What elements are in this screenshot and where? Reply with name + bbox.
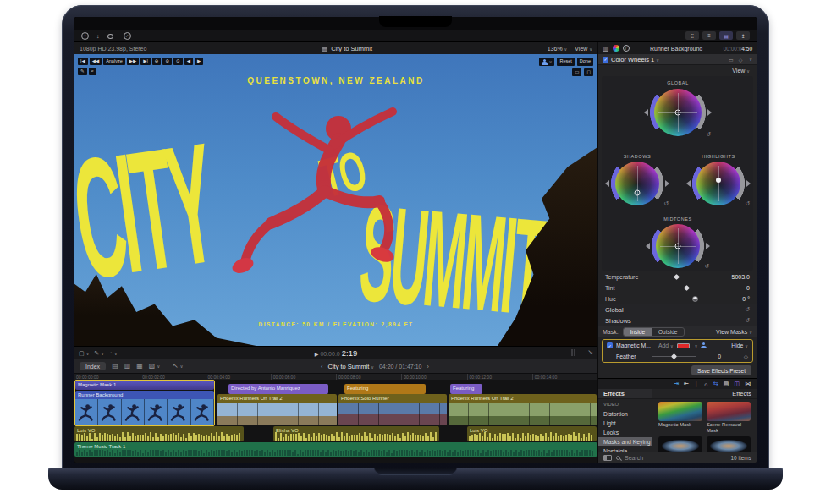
collapse-chevron-icon[interactable]: ∨: [749, 57, 752, 62]
wheel-reset-icon[interactable]: ↺: [706, 131, 711, 138]
mask-color-swatch[interactable]: [677, 343, 690, 348]
media-status-icon[interactable]: ↑: [81, 32, 89, 40]
subject-icon[interactable]: [701, 342, 707, 348]
effect-enable-checkbox[interactable]: ✓: [603, 57, 608, 63]
reset-button[interactable]: Reset: [557, 58, 574, 66]
wheel-reset-icon[interactable]: ↺: [663, 200, 669, 207]
preset-icon[interactable]: ▭: [729, 57, 734, 63]
scribble-tool-icon[interactable]: ≈: [89, 68, 96, 75]
effect-item-4[interactable]: [707, 436, 751, 452]
mask-inside-button[interactable]: Inside: [624, 328, 652, 336]
effect-item-3[interactable]: [658, 436, 702, 452]
go-end-button[interactable]: ▶|: [140, 58, 151, 65]
info-inspector-icon[interactable]: i: [623, 45, 630, 52]
wheel-view-dropdown[interactable]: View∨: [732, 68, 750, 74]
shape-tool-icon[interactable]: ◻: [584, 68, 593, 76]
category-masks-and-keying[interactable]: Masks and Keying: [598, 437, 652, 446]
clip-appearance-dropdown[interactable]: ▧∨: [149, 363, 160, 370]
tool-select-dropdown[interactable]: ↖∨: [173, 363, 183, 370]
keyframe-icon[interactable]: ◇: [744, 353, 748, 360]
align-tool-icon[interactable]: ⇤: [684, 381, 689, 387]
color-wheel-highlights[interactable]: ↺: [696, 162, 740, 205]
mask-name[interactable]: Magnetic M...: [616, 342, 655, 348]
video-inspector-icon[interactable]: ▥: [603, 45, 609, 52]
tint-slider[interactable]: [652, 285, 716, 291]
subject-picker-button[interactable]: ∨: [539, 58, 555, 66]
prev-project-arrow[interactable]: ‹: [321, 364, 322, 370]
timeline-clip-title-directed[interactable]: Directed by Antonio Manriquez: [228, 384, 328, 394]
exclude-circle-icon[interactable]: ⊘: [162, 58, 172, 65]
color-wheel-midtones[interactable]: ↺: [656, 224, 700, 268]
temperature-slider[interactable]: [652, 274, 716, 280]
color-wheel-shadows[interactable]: ↺: [615, 162, 659, 205]
forward-button[interactable]: ▶▶: [127, 58, 139, 65]
timeline-clip-theme-music[interactable]: Theme Music Track 1: [74, 442, 597, 457]
zoom-level-dropdown[interactable]: 136%∨: [548, 46, 568, 52]
save-effects-preset-button[interactable]: Save Effects Preset: [691, 365, 751, 375]
sidebar-toggle-icon[interactable]: [603, 455, 612, 461]
timeline-clip-phoenix-solo[interactable]: Phoenix Solo Runner: [338, 394, 447, 425]
background-tasks-icon[interactable]: ✓: [124, 32, 131, 40]
mask-outside-button[interactable]: Outside: [652, 328, 684, 336]
resize-handle-icon[interactable]: ↘: [587, 349, 593, 356]
timeline-project-dropdown[interactable]: City to Summit∨: [327, 363, 373, 370]
category-looks[interactable]: Looks: [598, 428, 652, 437]
snapping-icon[interactable]: ⋈: [745, 381, 751, 387]
import-icon[interactable]: ↓: [96, 33, 100, 39]
color-wheel-global[interactable]: ↺: [654, 89, 702, 136]
timeline-clip-phoenix-runners-2[interactable]: Phoenix Runners On Trail 2: [449, 394, 597, 425]
mask-hide-dropdown[interactable]: Hide∨: [731, 342, 748, 348]
timeline-clip-elisha-vo[interactable]: Elisha VO: [273, 426, 439, 441]
overlay-icon[interactable]: ◫: [734, 381, 740, 387]
category-distortion[interactable]: Distortion: [598, 409, 652, 419]
filmstrip-icon[interactable]: ▤: [724, 381, 729, 387]
remove-circle-icon[interactable]: ⊖: [152, 58, 162, 65]
next-project-arrow[interactable]: ›: [427, 364, 429, 370]
next-frame-button[interactable]: ▶: [195, 58, 203, 65]
retime-dropdown[interactable]: ◔∨: [109, 350, 118, 356]
timeline-clip-luis-vo-1[interactable]: Luis VO: [74, 426, 244, 441]
target-icon[interactable]: ⊙: [173, 58, 183, 65]
keyframe-icon[interactable]: ◇: [739, 57, 743, 63]
inspector-toggle-button[interactable]: ▤: [719, 31, 733, 40]
category-video[interactable]: VIDEO: [598, 400, 652, 409]
index-button[interactable]: Index: [80, 362, 106, 370]
rewind-button[interactable]: ◀◀: [90, 58, 102, 65]
wheel-reset-icon[interactable]: ↺: [745, 200, 750, 207]
reset-icon[interactable]: ↺: [745, 317, 750, 324]
prev-frame-button[interactable]: ◀: [184, 58, 193, 65]
list-view-button[interactable]: ≡: [702, 31, 716, 40]
play-icon[interactable]: ▶: [315, 351, 319, 357]
done-button[interactable]: Done: [577, 58, 593, 66]
wheel-reset-icon[interactable]: ↺: [704, 263, 709, 270]
timeline-clip-title-featuring-2[interactable]: Featuring: [450, 384, 482, 394]
global-section-row[interactable]: Global↺: [598, 304, 757, 315]
effect-scene-removal-mask[interactable]: Scene Removal Mask: [707, 402, 751, 436]
timeline-clip-luis-vo-2[interactable]: Luis VO: [467, 426, 597, 441]
shadows-section-row[interactable]: Shadows↺: [598, 315, 757, 326]
effect-magnetic-mask[interactable]: Magnetic Mask: [658, 402, 702, 436]
mask-add-dropdown[interactable]: Add∨: [658, 342, 674, 348]
clip-appearance-icon-3[interactable]: ▦: [136, 363, 143, 370]
view-dropdown[interactable]: View∨: [575, 46, 592, 52]
hue-knob[interactable]: [652, 296, 716, 302]
stroke-tool-icon[interactable]: ✎: [78, 68, 87, 75]
timeline-clip-title-featuring-1[interactable]: Featuring: [344, 384, 426, 394]
trim-tool-icon[interactable]: ⇥: [674, 381, 679, 387]
category-light[interactable]: Light: [598, 419, 652, 428]
browser-toggle-button[interactable]: ⠿: [685, 31, 699, 40]
skimming-icon[interactable]: ⇆: [713, 381, 718, 387]
search-input[interactable]: Search: [625, 455, 726, 461]
solo-icon[interactable]: ∩: [704, 381, 708, 387]
go-start-button[interactable]: |◀: [78, 58, 88, 65]
marquee-tool-icon[interactable]: ▭: [572, 68, 581, 76]
analyze-button[interactable]: Analyze: [103, 58, 125, 65]
clip-appearance-icon-2[interactable]: ▥: [124, 363, 131, 370]
effect-title-dropdown[interactable]: Color Wheels 1∨: [611, 56, 659, 63]
share-button[interactable]: ↥: [736, 31, 750, 40]
keywords-icon[interactable]: [107, 34, 116, 37]
color-inspector-icon[interactable]: [613, 45, 619, 52]
draw-tool-dropdown[interactable]: ✎∨: [94, 350, 104, 356]
timeline-ruler[interactable]: 00:00:00:0000:00:02:0000:00:04:0000:00:0…: [74, 373, 597, 380]
reset-icon[interactable]: ↺: [745, 306, 750, 313]
